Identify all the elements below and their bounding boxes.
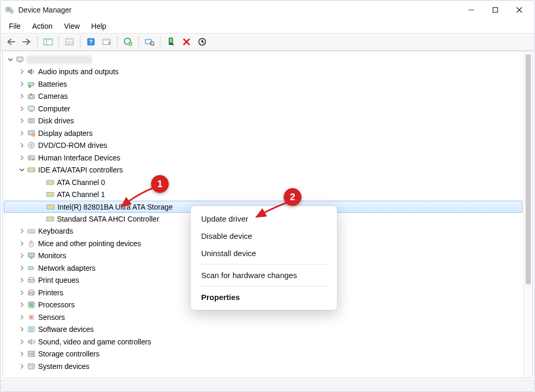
- status-bar: [1, 380, 534, 391]
- chevron-right-icon[interactable]: [18, 350, 26, 358]
- tree-category[interactable]: Sensors: [4, 311, 522, 324]
- scan-hardware-button[interactable]: [142, 34, 157, 49]
- tree-category[interactable]: Cameras: [4, 90, 522, 103]
- computer-icon: [27, 104, 36, 113]
- minimize-button[interactable]: [459, 2, 483, 18]
- context-menu: Update driver Disable device Uninstall d…: [191, 206, 337, 310]
- chevron-right-icon[interactable]: [18, 240, 26, 247]
- show-hide-console-tree-button[interactable]: [41, 34, 55, 49]
- vertical-scrollbar[interactable]: [524, 51, 532, 378]
- tree-category[interactable]: DVD/CD-ROM drives: [4, 140, 522, 152]
- menu-file[interactable]: File: [4, 21, 26, 31]
- chevron-right-icon[interactable]: [18, 326, 26, 333]
- chevron-right-icon[interactable]: [18, 117, 26, 124]
- help-button[interactable]: ?: [84, 34, 98, 49]
- chevron-right-icon[interactable]: [18, 93, 26, 100]
- tree-category-label: Cameras: [38, 92, 68, 100]
- chevron-right-icon[interactable]: [18, 154, 26, 162]
- tree-category-label: System devices: [38, 362, 89, 371]
- tree-category[interactable]: IDE ATA/ATAPI controllers: [4, 164, 522, 177]
- tree-category-label: Monitors: [38, 251, 66, 260]
- chevron-right-icon[interactable]: [18, 276, 26, 284]
- tree-category-label: Display adapters: [38, 129, 92, 137]
- tree-category[interactable]: Computer: [4, 102, 522, 115]
- hid-icon: [27, 153, 36, 163]
- tree-category[interactable]: Software devices: [4, 324, 522, 336]
- action-button[interactable]: [99, 34, 114, 49]
- tree-category-label: Human Interface Devices: [38, 154, 120, 162]
- tree-category-label: Printers: [38, 289, 63, 297]
- battery-icon: [27, 79, 36, 89]
- tree-category[interactable]: Human Interface Devices: [4, 152, 522, 164]
- tree-device-label: ATA Channel 1: [57, 190, 105, 199]
- chevron-right-icon[interactable]: [18, 338, 26, 345]
- disable-button[interactable]: [195, 34, 210, 49]
- chevron-right-icon[interactable]: [18, 264, 26, 272]
- maximize-button[interactable]: [483, 2, 507, 18]
- svg-point-46: [32, 158, 34, 160]
- svg-text:?: ?: [89, 39, 93, 45]
- tree-category[interactable]: Batteries: [4, 78, 522, 90]
- tree-root[interactable]: [4, 53, 522, 66]
- ctx-properties[interactable]: Properties: [195, 289, 333, 306]
- svg-point-32: [28, 85, 31, 88]
- scroll-thumb[interactable]: [526, 54, 531, 284]
- content-area: Audio inputs and outputsBatteriesCameras…: [2, 51, 533, 378]
- cpu-icon: [27, 300, 36, 309]
- chevron-right-icon[interactable]: [18, 363, 26, 370]
- chevron-right-icon[interactable]: [18, 130, 26, 137]
- tree-category-label: Network adapters: [38, 264, 96, 272]
- menu-action[interactable]: Action: [27, 21, 58, 31]
- menu-help[interactable]: Help: [86, 21, 112, 31]
- dvd-icon: [27, 141, 36, 150]
- chevron-right-icon[interactable]: [18, 289, 26, 296]
- ide-child-icon: [45, 190, 55, 199]
- svg-point-82: [33, 355, 34, 356]
- add-legacy-hardware-button[interactable]: [164, 34, 178, 49]
- uninstall-button[interactable]: [179, 34, 194, 49]
- svg-rect-29: [18, 62, 21, 63]
- tree-category[interactable]: Display adapters: [4, 127, 522, 140]
- chevron-down-icon[interactable]: [7, 56, 14, 63]
- tree-category[interactable]: Audio inputs and outputs: [4, 66, 522, 78]
- properties-button[interactable]: [62, 34, 77, 49]
- computer-icon: [15, 55, 25, 64]
- ctx-disable-device[interactable]: Disable device: [195, 227, 333, 245]
- chevron-down-icon[interactable]: [18, 166, 26, 174]
- chevron-right-icon[interactable]: [18, 227, 26, 235]
- svg-point-81: [33, 352, 34, 353]
- tree-device[interactable]: ATA Channel 0: [4, 176, 522, 189]
- tree-category[interactable]: Storage controllers: [4, 348, 522, 361]
- svg-rect-26: [170, 39, 172, 43]
- tree-category[interactable]: System devices: [4, 360, 522, 373]
- tree-device-label: Standard SATA AHCI Controller: [57, 215, 159, 223]
- chevron-right-icon[interactable]: [18, 80, 26, 88]
- ctx-scan-hardware[interactable]: Scan for hardware changes: [195, 267, 333, 284]
- nav-back-button[interactable]: [4, 34, 18, 49]
- camera-icon: [27, 91, 36, 101]
- nav-forward-button[interactable]: [19, 34, 34, 49]
- tree-category[interactable]: Disk drives: [4, 115, 522, 128]
- update-driver-button[interactable]: [121, 34, 135, 49]
- annotation-marker-2: 2: [284, 188, 301, 206]
- svg-rect-28: [17, 57, 23, 61]
- svg-rect-5: [493, 8, 498, 13]
- tree-device[interactable]: ATA Channel 1: [4, 189, 522, 201]
- svg-rect-85: [32, 365, 33, 368]
- chevron-right-icon[interactable]: [18, 68, 26, 75]
- ctx-uninstall-device[interactable]: Uninstall device: [195, 245, 333, 262]
- mouse-icon: [27, 239, 36, 248]
- chevron-right-icon[interactable]: [18, 252, 26, 259]
- network-icon: [27, 263, 36, 273]
- chevron-right-icon[interactable]: [18, 301, 26, 308]
- tree-category-label: Sensors: [38, 313, 65, 321]
- chevron-right-icon[interactable]: [18, 105, 26, 112]
- tree-category[interactable]: Sound, video and game controllers: [4, 336, 522, 348]
- chevron-right-icon[interactable]: [18, 314, 26, 321]
- chevron-right-icon[interactable]: [18, 142, 26, 149]
- svg-rect-61: [51, 218, 53, 220]
- menu-view[interactable]: View: [59, 21, 85, 31]
- close-button[interactable]: [507, 2, 531, 18]
- svg-rect-55: [51, 193, 53, 195]
- svg-rect-84: [29, 365, 31, 366]
